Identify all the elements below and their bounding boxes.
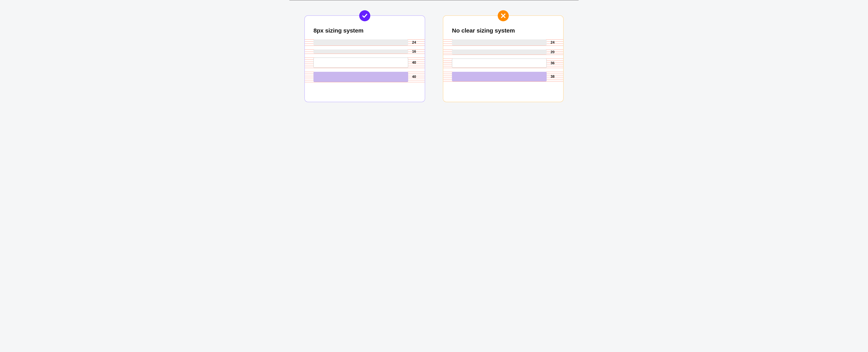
size-row: 38 [443, 72, 563, 82]
size-row: 16 [305, 50, 425, 54]
size-row: 36 [443, 59, 563, 68]
size-row: 24 [443, 39, 563, 45]
good-card: 8px sizing system 24 16 [304, 15, 425, 102]
bad-card: No clear sizing system 24 20 [443, 15, 564, 102]
good-rows: 24 16 40 40 [305, 39, 425, 86]
cross-icon [498, 10, 509, 21]
size-label: 38 [547, 74, 555, 79]
size-bar [313, 50, 408, 54]
size-label: 36 [547, 61, 555, 65]
size-row: 40 [305, 72, 425, 82]
size-label: 20 [547, 50, 555, 54]
size-row: 20 [443, 50, 563, 55]
size-bar [452, 39, 547, 45]
size-label: 40 [408, 75, 416, 79]
size-bar [313, 39, 408, 45]
size-bar [452, 59, 547, 68]
check-icon [359, 10, 370, 21]
size-bar [452, 72, 547, 82]
size-bar [452, 50, 547, 55]
size-bar [313, 58, 408, 68]
comparison-diagram: 8px sizing system 24 16 [289, 0, 579, 117]
size-row: 40 [305, 58, 425, 68]
size-label: 16 [408, 50, 416, 54]
size-bar [313, 72, 408, 82]
size-label: 24 [547, 40, 555, 44]
bad-rows: 24 20 36 38 [443, 39, 563, 86]
size-row: 24 [305, 39, 425, 45]
size-label: 40 [408, 61, 416, 65]
size-label: 24 [408, 40, 416, 44]
